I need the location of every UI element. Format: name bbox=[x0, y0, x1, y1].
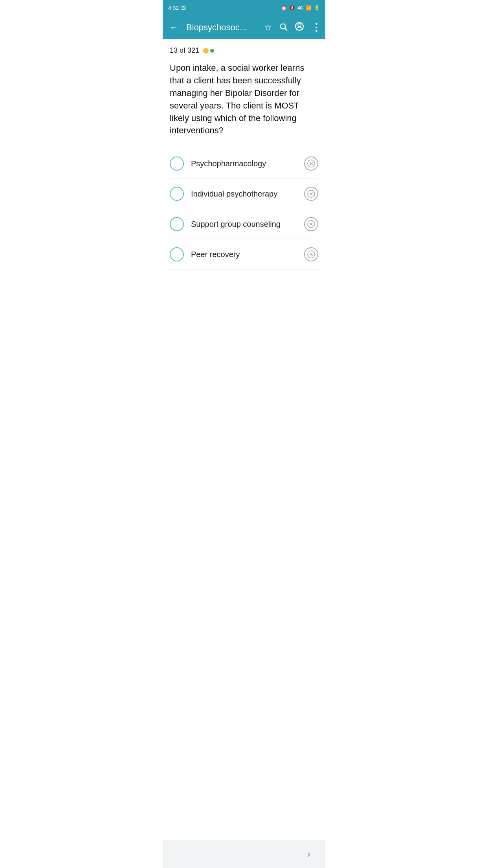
bottom-spacer bbox=[170, 270, 318, 301]
radio-a[interactable] bbox=[170, 156, 184, 171]
option-c-label: Support group counseling bbox=[191, 220, 300, 229]
mute-icon: 🔇 bbox=[289, 5, 295, 11]
option-a[interactable]: Psychopharmacology bbox=[170, 149, 318, 179]
progress-row: 13 of 321 bbox=[170, 46, 318, 55]
signal-icon: 📶 bbox=[306, 5, 312, 11]
green-dot bbox=[210, 49, 214, 53]
radio-d[interactable] bbox=[170, 247, 184, 261]
option-c[interactable]: Support group counseling bbox=[170, 209, 318, 239]
option-a-label: Psychopharmacology bbox=[191, 159, 300, 168]
svg-line-1 bbox=[285, 28, 287, 30]
battery-icon: 🔋 bbox=[314, 5, 320, 11]
clear-c-button[interactable] bbox=[304, 217, 318, 231]
star-button[interactable]: ☆ bbox=[264, 22, 272, 33]
option-d-label: Peer recovery bbox=[191, 250, 300, 259]
search-button[interactable] bbox=[279, 22, 288, 33]
app-bar-title: Biopsychosoc... bbox=[186, 22, 259, 33]
network-icon: 4G bbox=[297, 6, 303, 10]
progress-indicators bbox=[203, 48, 214, 53]
radio-c[interactable] bbox=[170, 217, 184, 231]
more-button[interactable]: ⋮ bbox=[311, 22, 321, 34]
clear-b-button[interactable] bbox=[304, 187, 318, 201]
options-list: Psychopharmacology Individual psychother… bbox=[170, 149, 318, 270]
app-bar-actions: ☆ ⋮ bbox=[264, 22, 321, 34]
alarm-status-icon: ⏰ bbox=[281, 5, 287, 11]
status-time-section: 4:32 🖼 bbox=[168, 5, 186, 11]
back-button[interactable]: ← bbox=[167, 20, 181, 35]
progress-text: 13 of 321 bbox=[170, 46, 199, 55]
option-d[interactable]: Peer recovery bbox=[170, 239, 318, 270]
alarm-icon: 🖼 bbox=[181, 5, 186, 11]
app-bar: ← Biopsychosoc... ☆ ⋮ bbox=[163, 16, 325, 39]
status-icons-section: ⏰ 🔇 4G 📶 🔋 bbox=[281, 5, 320, 11]
option-b[interactable]: Individual psychotherapy bbox=[170, 179, 318, 209]
status-bar: 4:32 🖼 ⏰ 🔇 4G 📶 🔋 bbox=[163, 0, 325, 16]
option-b-label: Individual psychotherapy bbox=[191, 189, 300, 199]
content-area: 13 of 321 Upon intake, a social worker l… bbox=[163, 39, 325, 301]
question-text: Upon intake, a social worker learns that… bbox=[170, 62, 318, 137]
status-time: 4:32 bbox=[168, 5, 179, 11]
yellow-dot bbox=[203, 48, 209, 53]
radio-b[interactable] bbox=[170, 187, 184, 201]
clear-d-button[interactable] bbox=[304, 247, 318, 261]
profile-button[interactable] bbox=[295, 22, 304, 33]
svg-point-3 bbox=[298, 24, 301, 27]
clear-a-button[interactable] bbox=[304, 156, 318, 171]
